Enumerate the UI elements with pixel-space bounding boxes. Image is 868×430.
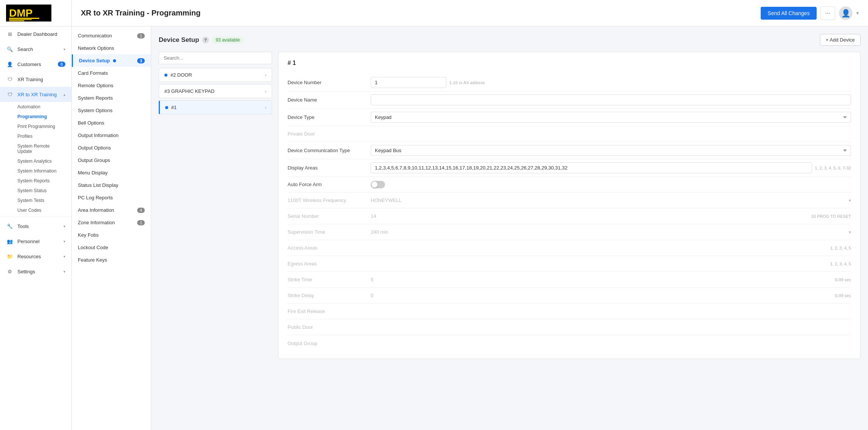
device-type-select[interactable]: Keypad Door Output — [371, 112, 851, 123]
zone-information-badge: 1 — [137, 220, 145, 225]
sidebar-item-search[interactable]: 🔍 Search ▾ — [0, 42, 71, 57]
chevron-up-icon: ▴ — [63, 92, 65, 97]
chevron-right-icon: › — [265, 72, 266, 78]
sidebar-item-system-reports[interactable]: System Reports — [17, 176, 71, 186]
sidebar-item-print-programming[interactable]: Print Programming — [17, 122, 71, 131]
form-row-display-areas: Display Areas 1, 2, 3, 4, 5, 6, 7-32 — [288, 159, 851, 177]
device-item-door[interactable]: #2 DOOR › — [159, 68, 272, 82]
sidebar-item-system-status[interactable]: System Status — [17, 186, 71, 196]
middle-nav-area-information[interactable]: Area Information 4 — [72, 204, 151, 216]
middle-nav-device-setup[interactable]: Device Setup 3 — [72, 54, 151, 67]
form-row-strike-delay: Strike Delay 0 0-99 sec — [288, 288, 851, 304]
device-setup-header: Device Setup ? 93 available + Add Device — [159, 34, 860, 46]
sidebar-item-system-tests[interactable]: System Tests — [17, 196, 71, 205]
toggle-knob — [371, 182, 378, 188]
sidebar-item-profiles[interactable]: Profiles — [17, 131, 71, 141]
sidebar-item-settings[interactable]: ⚙ Settings ▾ — [0, 264, 71, 279]
communication-type-select[interactable]: Keypad Bus Network — [371, 145, 851, 156]
more-options-button[interactable]: ··· — [820, 6, 835, 20]
user-dropdown-chevron[interactable]: ▾ — [856, 10, 859, 16]
strike-delay-hint: 0-99 sec — [835, 293, 851, 298]
sidebar-item-programming[interactable]: Programming — [17, 112, 71, 122]
sidebar-item-system-remote-update[interactable]: System Remote Update — [17, 141, 71, 156]
middle-nav-communication[interactable]: Communication 1 — [72, 29, 151, 42]
device-item-graphic-keypad[interactable]: #3 GRAPHIC KEYPAD › — [159, 84, 272, 98]
svg-rect-3 — [9, 19, 32, 20]
area-information-badge: 4 — [137, 208, 145, 213]
device-item-hash1[interactable]: #1 › — [159, 100, 272, 114]
form-row-egress-areas: Egress Areas 1, 2, 3, 4, 5 — [288, 256, 851, 272]
sidebar-item-dealer-dashboard[interactable]: ⊞ Dealer Dashboard — [0, 26, 71, 42]
form-row-fire-exit-release: Fire Exit Release — [288, 304, 851, 319]
middle-nav-output-information[interactable]: Output Information — [72, 129, 151, 142]
device-setup-badge: 3 — [137, 58, 145, 63]
middle-nav-output-options[interactable]: Output Options — [72, 142, 151, 154]
middle-nav-pc-log-reports[interactable]: PC Log Reports — [72, 191, 151, 204]
sidebar-item-label: Dealer Dashboard — [17, 31, 65, 37]
field-label-access-areas: Access Areas — [288, 245, 371, 251]
folder-icon: 📁 — [6, 253, 14, 260]
form-row-wireless-frequency: 1100T Wireless Frequency HONEYWELL ▾ — [288, 193, 851, 208]
logo-area: DMP — [0, 0, 71, 26]
sidebar-item-system-information[interactable]: System Information — [17, 166, 71, 176]
send-all-changes-button[interactable]: Send All Changes — [761, 7, 816, 20]
help-icon[interactable]: ? — [202, 37, 209, 43]
add-device-button[interactable]: + Add Device — [820, 34, 860, 46]
middle-nav-lockout-code[interactable]: Lockout Code — [72, 241, 151, 254]
chevron-down-icon: ▾ — [63, 254, 65, 259]
middle-nav-system-reports[interactable]: System Reports — [72, 92, 151, 104]
sidebar-item-tools[interactable]: 🔧 Tools ▾ — [0, 219, 71, 234]
dmp-logo: DMP — [6, 5, 51, 22]
device-search-input[interactable] — [159, 52, 272, 64]
field-label-auto-force-arm: Auto Force Arm — [288, 182, 371, 187]
form-row-device-number: Device Number 1-16 or AX address — [288, 74, 851, 91]
strike-time-value: 5 — [371, 277, 373, 282]
auto-force-arm-toggle[interactable] — [371, 181, 385, 188]
field-label-device-number: Device Number — [288, 80, 371, 85]
user-avatar[interactable]: 👤 — [839, 6, 853, 20]
display-areas-input[interactable] — [371, 162, 812, 173]
sidebar-item-label: Personnel — [17, 239, 62, 244]
right-panel: Device Setup ? 93 available + Add Device… — [151, 26, 868, 430]
middle-nav-system-options[interactable]: System Options — [72, 104, 151, 117]
supervision-time-value: 240 min — [371, 229, 388, 235]
field-label-device-type: Device Type — [288, 114, 371, 120]
sidebar-item-system-analytics[interactable]: System Analytics — [17, 156, 71, 166]
sub-menu-xr-to-xr: Automation Programming Print Programming… — [0, 102, 71, 215]
middle-nav-remote-options[interactable]: Remote Options — [72, 79, 151, 92]
search-icon: 🔍 — [6, 45, 14, 53]
middle-nav-card-formats[interactable]: Card Formats — [72, 67, 151, 79]
sidebar-item-automation[interactable]: Automation — [17, 102, 71, 112]
grid-icon: ⊞ — [6, 30, 14, 38]
middle-nav-output-groups[interactable]: Output Groups — [72, 154, 151, 166]
field-label-output-group: Output Group — [288, 341, 371, 346]
middle-nav-key-fobs[interactable]: Key Fobs — [72, 229, 151, 241]
middle-nav-feature-keys[interactable]: Feature Keys — [72, 254, 151, 266]
sidebar-item-resources[interactable]: 📁 Resources ▾ — [0, 249, 71, 264]
sidebar-item-personnel[interactable]: 👥 Personnel ▾ — [0, 234, 71, 249]
field-label-communication-type: Device Communication Type — [288, 148, 371, 153]
device-number-input[interactable] — [371, 77, 446, 88]
sidebar-item-customers[interactable]: 👤 Customers 8 — [0, 57, 71, 72]
sidebar-item-label: Search — [17, 46, 62, 52]
middle-nav-network-options[interactable]: Network Options — [72, 42, 151, 54]
sidebar-item-label: Tools — [17, 223, 62, 229]
form-row-auto-force-arm: Auto Force Arm — [288, 177, 851, 193]
device-name-input[interactable] — [371, 94, 851, 105]
middle-nav-bell-options[interactable]: Bell Options — [72, 117, 151, 129]
sidebar-item-xr-training[interactable]: 🛡 XR Training — [0, 72, 71, 87]
middle-nav-menu-display[interactable]: Menu Display — [72, 166, 151, 179]
svg-text:DMP: DMP — [9, 7, 32, 19]
middle-nav-zone-information[interactable]: Zone Information 1 — [72, 216, 151, 229]
sidebar-item-xr-to-xr-training[interactable]: 🛡 XR to XR Training ▴ — [0, 87, 71, 102]
field-label-public-door: Public Door — [288, 324, 371, 330]
detail-title: # 1 — [288, 60, 851, 66]
field-label-private-door: Private Door — [288, 131, 371, 137]
middle-nav-status-list-display[interactable]: Status List Display — [72, 179, 151, 191]
available-badge: 93 available — [212, 37, 244, 43]
field-label-serial-number: Serial Number — [288, 213, 371, 219]
device-setup-title: Device Setup ? 93 available — [159, 36, 244, 44]
top-bar: XR to XR Training - Programming Send All… — [72, 0, 868, 26]
sidebar-item-user-codes[interactable]: User Codes — [17, 205, 71, 215]
supervision-chevron: ▾ — [849, 230, 851, 235]
